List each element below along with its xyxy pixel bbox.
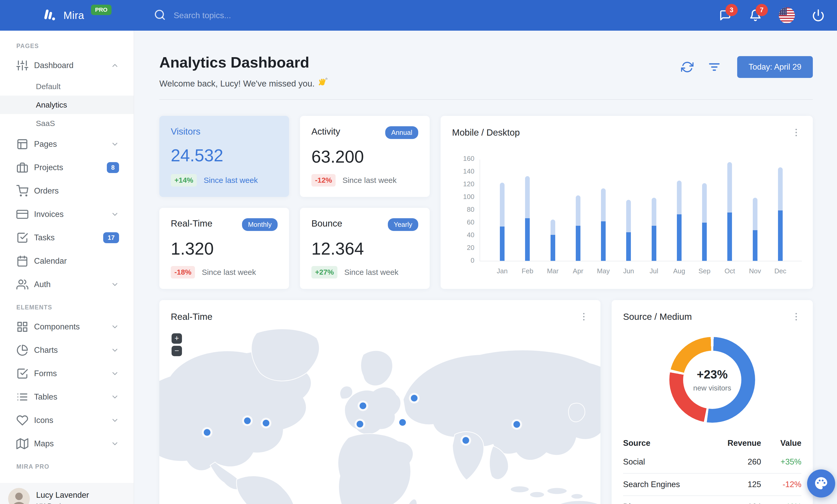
sidebar-item-label: Dashboard [34, 61, 74, 70]
stat-caption: Since last week [344, 268, 398, 277]
stat-value: 1.320 [171, 239, 278, 259]
mobile-desktop-bar-chart: 020406080100120140160JanFebMarAprMayJunJ… [480, 160, 802, 261]
chart-title: Mobile / Desktop [452, 127, 520, 138]
stat-card-visitors: Visitors 24.532 +14%Since last week [159, 116, 289, 197]
sidebar-item-charts[interactable]: Charts [0, 338, 133, 362]
brand[interactable]: Mira PRO [41, 7, 134, 23]
notifications-button[interactable]: 7 [749, 8, 762, 22]
sidebar-item-icons[interactable]: Icons [0, 409, 133, 432]
filter-icon[interactable] [708, 61, 720, 73]
source-medium-card: Source / Medium +23% new visitors Source… [612, 300, 813, 504]
stat-card-activity: ActivityAnnual 63.200 -12%Since last wee… [300, 116, 430, 197]
bar-oct [727, 162, 732, 261]
sidebar-item-calendar[interactable]: Calendar [0, 249, 133, 273]
sidebar-item-tasks[interactable]: Tasks17 [0, 226, 133, 249]
sidebar-item-auth[interactable]: Auth [0, 273, 133, 296]
bar-jan [500, 183, 504, 261]
header-divider [159, 99, 813, 100]
sidebar-item-label: Maps [34, 439, 54, 448]
avatar [8, 488, 30, 504]
map-and-source: Real-Time + − [159, 300, 813, 504]
sidebar-item-orders[interactable]: Orders [0, 179, 133, 203]
y-axis-label: 120 [451, 180, 475, 188]
chevron-down-icon [111, 393, 119, 401]
sidebar-item-dashboard[interactable]: Dashboard [0, 54, 133, 77]
donut-center-label: new visitors [693, 384, 731, 392]
map-zoom-in-button[interactable]: + [172, 333, 182, 344]
refresh-icon[interactable] [681, 61, 694, 73]
sidebar-item-label: Tables [34, 392, 57, 402]
stat-period-badge[interactable]: Yearly [388, 218, 418, 231]
today-button[interactable]: Today: April 29 [737, 56, 813, 78]
x-axis-label: Dec [766, 267, 795, 275]
revenue-cell: 125 [716, 480, 761, 489]
power-icon [812, 9, 825, 22]
messages-button[interactable]: 3 [718, 8, 732, 22]
brand-name: Mira [64, 10, 84, 21]
sidebar-section-label: PAGES [16, 43, 133, 50]
sidebar-item-maps[interactable]: Maps [0, 432, 133, 455]
revenue-cell: 164 [716, 502, 761, 504]
x-axis-label: Jan [488, 267, 516, 275]
briefcase-icon [16, 162, 28, 173]
delta-chip: +14% [171, 174, 197, 187]
mira-logo-icon [41, 7, 57, 23]
stat-period-badge[interactable]: Annual [385, 126, 418, 139]
sidebar-item-forms[interactable]: Forms [0, 362, 133, 385]
sidebar-item-label: Projects [34, 163, 63, 172]
delta-chip: -18% [171, 266, 195, 279]
chevron-down-icon [111, 280, 119, 288]
world-map[interactable] [159, 323, 601, 504]
sign-out-button[interactable] [812, 8, 825, 22]
top-navbar: Mira PRO 3 7 [0, 0, 837, 31]
theme-settings-button[interactable] [807, 469, 835, 498]
stat-title: Real-Time [171, 218, 212, 229]
more-options-icon[interactable] [791, 127, 801, 138]
sidebar-item-invoices[interactable]: Invoices [0, 203, 133, 226]
more-options-icon[interactable] [578, 312, 589, 322]
search-input[interactable] [174, 11, 309, 20]
y-axis-label: 60 [451, 218, 475, 226]
source-table-row: Direct164+46% [623, 496, 801, 504]
language-flag-button[interactable] [779, 7, 795, 23]
chevron-down-icon [111, 440, 119, 448]
welcome-text: Welcome back, Lucy! We've missed you. [159, 77, 327, 90]
sidebar-item-label: Calendar [34, 257, 67, 266]
sidebar-item-projects[interactable]: Projects8 [0, 156, 133, 179]
stat-value: 12.364 [311, 239, 418, 259]
sidebar-item-label: Forms [34, 369, 57, 378]
sidebar-item-badge: 8 [107, 162, 119, 173]
sidebar-item-saas[interactable]: SaaS [0, 114, 133, 132]
sidebar-item-components[interactable]: Components [0, 315, 133, 338]
x-axis-label: Sep [690, 267, 719, 275]
stat-period-badge[interactable]: Monthly [242, 218, 278, 231]
sidebar-item-pages[interactable]: Pages [0, 132, 133, 156]
map-zoom-out-button[interactable]: − [172, 346, 182, 356]
sidebar-item-default[interactable]: Default [0, 77, 133, 96]
chevron-down-icon [111, 346, 119, 354]
world-map-continents [159, 329, 601, 504]
x-axis-label: Aug [665, 267, 694, 275]
x-axis-label: Jul [640, 267, 668, 275]
users-icon [16, 279, 28, 291]
value-cell: +35% [761, 457, 801, 467]
source-title: Source / Medium [623, 312, 692, 322]
list-icon [16, 391, 28, 403]
bar-jun [626, 200, 631, 261]
stat-value: 63.200 [311, 147, 418, 167]
chevron-up-icon [111, 61, 119, 70]
revenue-cell: 260 [716, 457, 761, 467]
more-options-icon[interactable] [791, 312, 801, 322]
bar-mar [551, 220, 555, 261]
navbar-actions: 3 7 [718, 7, 837, 23]
map-icon [16, 438, 28, 450]
chevron-down-icon [111, 210, 119, 219]
y-axis-label: 160 [451, 154, 475, 163]
y-axis-label: 20 [451, 244, 475, 252]
visitor-location-marker [357, 421, 363, 428]
visitor-location-marker [263, 420, 270, 427]
sidebar-item-tables[interactable]: Tables [0, 385, 133, 409]
sidebar-user[interactable]: Lucy Lavender UX Designer [0, 483, 133, 504]
sidebar-item-analytics[interactable]: Analytics [0, 96, 133, 114]
stat-value: 24.532 [171, 146, 278, 165]
